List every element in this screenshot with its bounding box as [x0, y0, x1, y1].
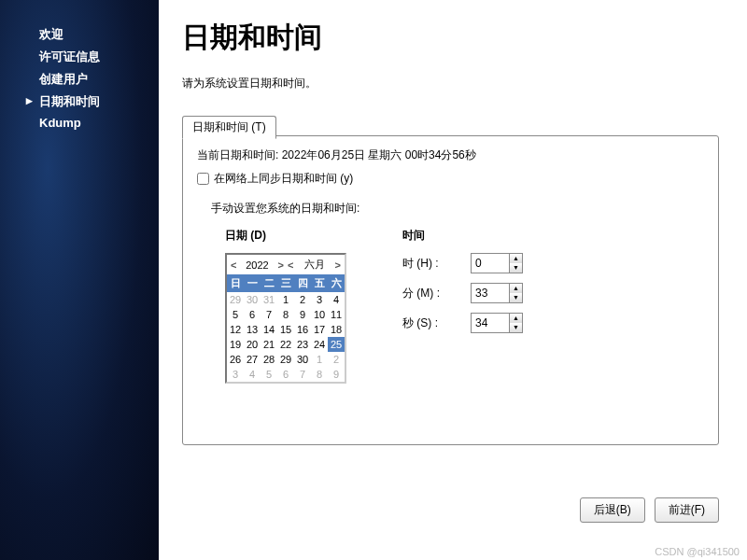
calendar-day[interactable]: 9: [328, 367, 345, 382]
sidebar-item-kdump[interactable]: Kdump: [0, 113, 159, 133]
calendar-dow: 日: [227, 274, 244, 292]
sec-down-icon[interactable]: ▼: [510, 323, 522, 332]
sidebar-item-create-user[interactable]: 创建用户: [0, 68, 159, 91]
time-label: 时间: [402, 228, 523, 244]
min-down-icon[interactable]: ▼: [510, 293, 522, 302]
sidebar-item-welcome[interactable]: 欢迎: [0, 23, 159, 46]
calendar-dow: 六: [328, 274, 345, 292]
calendar-day[interactable]: 29: [277, 352, 294, 367]
calendar-day[interactable]: 7: [294, 367, 311, 382]
calendar-day[interactable]: 3: [227, 367, 244, 382]
calendar-day[interactable]: 13: [244, 322, 261, 337]
calendar-dow: 四: [294, 274, 311, 292]
second-spinner[interactable]: ▲▼: [471, 313, 523, 333]
date-label: 日期 (D): [225, 228, 346, 244]
current-dt-value: 2022年06月25日 星期六 00时34分56秒: [282, 148, 476, 161]
forward-button[interactable]: 前进(F): [655, 497, 719, 523]
calendar-day[interactable]: 8: [311, 367, 328, 382]
sidebar-item-license[interactable]: 许可证信息: [0, 46, 159, 68]
calendar-day[interactable]: 7: [261, 307, 277, 322]
hour-label: 时 (H) :: [402, 256, 463, 272]
calendar-day[interactable]: 11: [328, 307, 345, 322]
watermark: CSDN @qi341500: [655, 546, 740, 557]
calendar-day[interactable]: 25: [328, 337, 345, 352]
calendar-day[interactable]: 14: [261, 322, 277, 337]
calendar-day[interactable]: 31: [261, 292, 277, 307]
calendar-dow: 一: [244, 274, 261, 292]
calendar-day[interactable]: 12: [227, 322, 244, 337]
calendar-day[interactable]: 2: [328, 352, 345, 367]
hour-spinner[interactable]: ▲▼: [471, 253, 523, 273]
calendar-day[interactable]: 4: [328, 292, 345, 307]
calendar-day[interactable]: 6: [244, 307, 261, 322]
calendar-year[interactable]: 2022: [238, 259, 275, 271]
calendar-day[interactable]: 28: [261, 352, 277, 367]
calendar-day[interactable]: 18: [328, 322, 345, 337]
current-dt-label: 当前日期和时间:: [197, 148, 278, 161]
calendar-day[interactable]: 16: [294, 322, 311, 337]
calendar-day[interactable]: 2: [294, 292, 311, 307]
tab-date-time[interactable]: 日期和时间 (T): [182, 116, 276, 139]
calendar-day[interactable]: 22: [277, 337, 294, 352]
calendar-month[interactable]: 六月: [295, 258, 332, 272]
hour-up-icon[interactable]: ▲: [510, 254, 522, 263]
min-up-icon[interactable]: ▲: [510, 284, 522, 293]
calendar-day[interactable]: 5: [227, 307, 244, 322]
year-next-icon[interactable]: >: [276, 259, 286, 271]
calendar-day[interactable]: 21: [261, 337, 277, 352]
month-prev-icon[interactable]: <: [286, 259, 295, 271]
sidebar-item-date-time[interactable]: 日期和时间: [0, 91, 159, 113]
calendar-day[interactable]: 1: [277, 292, 294, 307]
calendar-day[interactable]: 10: [311, 307, 328, 322]
calendar-day[interactable]: 30: [294, 352, 311, 367]
hour-down-icon[interactable]: ▼: [510, 263, 522, 273]
calendar-day[interactable]: 17: [311, 322, 328, 337]
month-next-icon[interactable]: >: [333, 259, 343, 271]
tab-container: 日期和时间 (T) 当前日期和时间: 2022年06月25日 星期六 00时34…: [182, 135, 719, 445]
sidebar: 欢迎 许可证信息 创建用户 日期和时间 Kdump: [0, 0, 159, 560]
sync-network-checkbox[interactable]: [197, 173, 209, 185]
hour-input[interactable]: [472, 254, 509, 273]
calendar-day[interactable]: 3: [311, 292, 328, 307]
calendar-day[interactable]: 30: [244, 292, 261, 307]
calendar-dow: 五: [311, 274, 328, 292]
calendar-day[interactable]: 6: [277, 367, 294, 382]
calendar-day[interactable]: 9: [294, 307, 311, 322]
calendar[interactable]: < 2022 > < 六月 > 日一二三四五六29303112345678910…: [225, 253, 346, 384]
calendar-day[interactable]: 26: [227, 352, 244, 367]
page-title: 日期和时间: [182, 19, 719, 57]
year-prev-icon[interactable]: <: [229, 259, 238, 271]
calendar-day[interactable]: 1: [311, 352, 328, 367]
calendar-dow: 三: [277, 274, 294, 292]
calendar-day[interactable]: 24: [311, 337, 328, 352]
sec-up-icon[interactable]: ▲: [510, 314, 522, 323]
instruction-text: 请为系统设置日期和时间。: [182, 76, 719, 91]
calendar-day[interactable]: 20: [244, 337, 261, 352]
manual-set-label: 手动设置您系统的日期和时间:: [211, 201, 704, 217]
sync-network-label: 在网络上同步日期和时间 (y): [214, 171, 353, 187]
calendar-day[interactable]: 15: [277, 322, 294, 337]
main-panel: 日期和时间 请为系统设置日期和时间。 日期和时间 (T) 当前日期和时间: 20…: [159, 0, 747, 560]
calendar-day[interactable]: 4: [244, 367, 261, 382]
calendar-day[interactable]: 23: [294, 337, 311, 352]
calendar-day[interactable]: 29: [227, 292, 244, 307]
second-input[interactable]: [472, 314, 509, 332]
minute-spinner[interactable]: ▲▼: [471, 283, 523, 303]
calendar-day[interactable]: 19: [227, 337, 244, 352]
current-datetime: 当前日期和时间: 2022年06月25日 星期六 00时34分56秒: [197, 147, 704, 163]
calendar-day[interactable]: 8: [277, 307, 294, 322]
back-button[interactable]: 后退(B): [580, 497, 645, 523]
minute-label: 分 (M) :: [402, 286, 463, 301]
calendar-day[interactable]: 27: [244, 352, 261, 367]
calendar-dow: 二: [261, 274, 277, 292]
calendar-day[interactable]: 5: [261, 367, 277, 382]
minute-input[interactable]: [472, 284, 509, 302]
second-label: 秒 (S) :: [402, 315, 463, 331]
